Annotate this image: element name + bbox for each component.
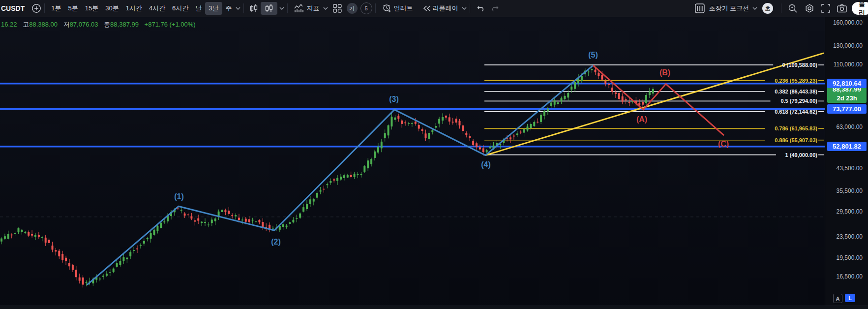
compare-add-icon[interactable] <box>31 3 41 13</box>
fib-level-label: 0.886 (55,907.03) <box>775 137 817 143</box>
axis-auto-button[interactable]: A <box>833 294 842 303</box>
low-label: 저 <box>63 21 70 28</box>
quick-search-icon[interactable] <box>788 3 798 13</box>
chart-style-dropdown-chevron-icon[interactable] <box>279 7 284 10</box>
ray-price-badge: 73,777.00 <box>827 104 867 114</box>
divider <box>243 3 244 13</box>
layout-dropdown-chevron-icon[interactable] <box>752 7 757 10</box>
fib-level-label: 0.236 (95,289.23) <box>775 78 817 84</box>
fib-level-label: 0.382 (86,443.38) <box>775 89 817 94</box>
divider <box>287 3 288 13</box>
elliott-correction-label-B: (B) <box>659 68 670 77</box>
interval-3d-selected[interactable]: 3날 <box>205 2 222 15</box>
fullscreen-icon[interactable] <box>821 4 830 13</box>
replay-rewind-icon <box>423 5 431 11</box>
screenshot-camera-icon[interactable] <box>837 4 847 13</box>
indicators-dropdown-chevron-icon[interactable] <box>323 7 328 10</box>
interval-dropdown-chevron-icon[interactable] <box>236 7 240 10</box>
candle-countdown: 2d 23h <box>827 94 867 103</box>
top-toolbar: CUSDT 1분 5분 15분 30분 1시간 4시간 6시간 날 3날 주 지… <box>0 0 868 17</box>
publish-button[interactable]: 퍼블리시 <box>852 2 868 15</box>
interval-15m[interactable]: 15분 <box>82 2 102 15</box>
price-axis-tick: 19,500.00 <box>837 254 863 261</box>
interval-1d[interactable]: 날 <box>192 2 205 15</box>
replay-button[interactable]: 리플레이 <box>419 2 462 15</box>
elliott-wave-label-4: (4) <box>481 160 491 169</box>
change-value: +871.76 (+1.00%) <box>145 21 196 28</box>
indicators-icon <box>294 4 305 13</box>
price-axis-tick: 160,000.00 <box>833 19 863 26</box>
interval-4h[interactable]: 4시간 <box>146 2 169 15</box>
chart-style-hollow-candle-icon[interactable] <box>247 2 261 15</box>
indicators-button[interactable]: 지표 <box>291 2 323 15</box>
candle-count-value-badge[interactable]: 5 <box>360 2 372 14</box>
ohlc-legend: 16.22 고88,388.00 저87,076.03 종88,387.99 +… <box>1 20 196 29</box>
divider <box>781 3 781 13</box>
price-axis-tick: 43,500.00 <box>837 165 863 172</box>
divider <box>375 3 376 13</box>
elliott-wave-label-2: (2) <box>271 238 281 247</box>
elliott-wave-label-1: (1) <box>174 192 184 201</box>
price-axis[interactable]: 160,000.00130,000.00110,000.0063,000.004… <box>825 17 868 309</box>
price-axis-tick: 130,000.00 <box>833 42 863 49</box>
chart-style-candle-selected-icon[interactable] <box>261 2 277 15</box>
low-value: 87,076.03 <box>70 21 98 28</box>
symbol-ticker[interactable]: CUSDT <box>0 4 25 12</box>
axis-log-button[interactable]: L <box>845 294 855 302</box>
close-value: 88,387.99 <box>110 21 139 28</box>
candle-counter-badge[interactable]: 기 <box>347 3 358 14</box>
high-value: 88,388.00 <box>29 21 58 28</box>
divider <box>470 3 470 13</box>
alarm-plus-icon <box>382 3 392 13</box>
fib-level-label: 0.618 (72,144.62) <box>775 109 817 115</box>
price-axis-tick: 16,500.00 <box>837 273 863 280</box>
ray-price-badge: 92,810.64 <box>827 79 867 88</box>
layout-name-button[interactable]: 초장기 포크선 <box>705 2 752 15</box>
user-avatar[interactable]: 초 <box>762 3 773 14</box>
settings-gear-icon[interactable] <box>805 3 814 13</box>
elliott-wave-label-5: (5) <box>588 51 598 60</box>
interval-6h[interactable]: 6시간 <box>169 2 192 15</box>
alert-button[interactable]: 얼러트 <box>379 2 417 15</box>
price-axis-tick: 110,000.00 <box>834 61 863 68</box>
divider <box>44 3 45 13</box>
layout-bars-icon[interactable] <box>694 3 705 14</box>
fib-level-label: 0 (109,588.00) <box>782 62 817 68</box>
bottom-edge-strip <box>0 306 868 309</box>
price-axis-tick: 35,500.00 <box>837 187 863 194</box>
close-label: 종 <box>104 21 110 28</box>
elliott-correction-label-C: (C) <box>718 140 729 149</box>
fib-level-label: 0.786 (61,965.83) <box>775 125 817 131</box>
layout-grid-icon[interactable] <box>333 4 342 13</box>
elliott-wave-label-3: (3) <box>389 95 399 104</box>
interval-1h[interactable]: 1시간 <box>122 2 146 15</box>
price-axis-tick: 29,500.00 <box>837 208 863 215</box>
interval-1w[interactable]: 주 <box>222 2 236 15</box>
fib-level-label: 1 (49,000.00) <box>785 152 817 158</box>
redo-icon[interactable] <box>490 5 499 12</box>
interval-5m[interactable]: 5분 <box>64 2 81 15</box>
elliott-correction-label-A: (A) <box>636 115 647 124</box>
replay-dropdown-chevron-icon[interactable] <box>462 7 467 10</box>
price-axis-tick: 23,500.00 <box>837 233 863 240</box>
ray-price-badge: 52,801.82 <box>827 142 867 151</box>
undo-icon[interactable] <box>477 5 486 12</box>
fib-level-label: 0.5 (79,294.00) <box>780 98 817 104</box>
interval-30m[interactable]: 30분 <box>102 2 122 15</box>
price-axis-tick: 63,000.00 <box>837 124 863 130</box>
interval-1m[interactable]: 1분 <box>48 2 64 15</box>
high-label: 고 <box>23 21 29 28</box>
open-value-tail: 16.22 <box>1 21 17 28</box>
chart-drawing-layer[interactable] <box>0 0 868 309</box>
